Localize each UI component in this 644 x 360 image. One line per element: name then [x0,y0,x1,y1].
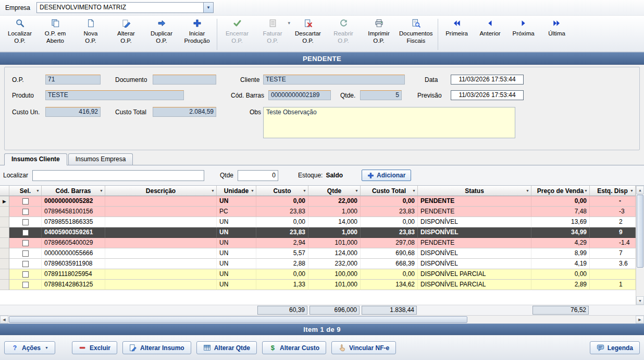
column-header-estq-disp[interactable]: Estq. Disp▼ [590,186,636,196]
empresa-combobox[interactable]: DESENVOLVIMENTO MATRIZ ▼ [36,2,214,13]
grid-row[interactable]: 07891118025954UN0,00100,0000,00DISPONÍVE… [0,269,644,280]
row-checkbox[interactable] [22,209,29,215]
reabrir-op-button[interactable]: ReabrirO.P. [326,17,361,52]
docs-icon [51,19,60,29]
custo-un-label: Custo Un. [12,109,40,116]
alterar-op-button[interactable]: AlterarO.P. [108,17,144,52]
excluir-button[interactable]: Excluir [72,341,117,354]
row-checkbox[interactable] [22,240,29,246]
row-checkbox[interactable] [22,250,29,257]
column-filter-arrow-icon[interactable]: ▼ [100,189,103,193]
dropdown-arrow-icon[interactable]: ▼ [45,346,48,350]
column-header-descricao[interactable]: Descrição▼ [105,186,217,196]
grid-row[interactable]: 04005900359261UN23,831,00023,83DISPONÍVE… [0,227,644,238]
column-header-cod[interactable]: Cód. Barras▼ [42,186,105,196]
hscroll-thumb[interactable] [9,316,467,323]
grid-row[interactable]: ▶00000000005282UN0,0022,0000,00PENDENTE0… [0,196,644,207]
grid-row[interactable]: 07898142863125UN1,33101,000134,62DISPONÍ… [0,280,644,290]
column-header-label: Sel. [20,187,31,195]
row-checkbox[interactable] [22,198,29,205]
column-filter-arrow-icon[interactable]: ▼ [36,189,40,193]
localizar-input[interactable] [32,170,204,181]
column-filter-arrow-icon[interactable]: ▼ [584,189,588,193]
toolbar-button-label-line: O.P. [151,38,172,45]
tab-insumos-cliente[interactable]: Insumos Cliente [4,153,67,165]
column-filter-arrow-icon[interactable]: ▼ [412,189,416,193]
column-header-status[interactable]: Status▼ [418,186,531,196]
column-filter-arrow-icon[interactable]: ▼ [303,189,306,193]
localizar-op-button[interactable]: LocalizarO.P. [2,17,38,52]
duplicar-op-button[interactable]: DuplicarO.P. [144,17,179,52]
hscroll-right-button[interactable]: ▶ [636,316,644,323]
toolbar-button-label-line: Localizar [8,30,32,38]
produto-field[interactable]: TESTE [45,90,184,100]
anterior-button[interactable]: Anterior [474,17,507,52]
cell-cod: 07898142863125 [42,280,105,290]
qtde-input[interactable] [238,170,278,181]
descartar-op-button[interactable]: DescartarO.P. [290,17,326,52]
column-header-custo-total[interactable]: Custo Total▼ [361,186,418,196]
column-header-label: Qtde [327,187,341,195]
vincular-nfe-button[interactable]: Vincular NF-e [331,341,396,354]
data-field[interactable]: 11/03/2026 17:53:44 [451,75,524,85]
alterar-insumo-button[interactable]: Alterar Insumo [122,341,191,354]
row-indicator [0,217,9,227]
acoes-button[interactable]: ?Ações▼ [4,341,55,354]
column-header-preco-venda[interactable]: Preço de Venda▼ [531,186,590,196]
iniciar-producao-button[interactable]: IniciarProdução [179,17,215,52]
faturar-op-button[interactable]: FaturarO.P.▾ [255,17,290,52]
encerrar-op-button[interactable]: EncerrarO.P. [219,17,255,52]
row-checkbox[interactable] [22,230,29,236]
vertical-scrollbar[interactable]: ▲ ▼ [636,186,644,305]
previsao-field[interactable]: 11/03/2026 17:53:44 [451,90,524,100]
vscroll-thumb[interactable] [637,195,643,268]
ultima-button[interactable]: Última [540,17,574,52]
custo-total-field[interactable]: 2.084,59 [153,107,216,117]
vscroll-down-button[interactable]: ▼ [636,296,644,305]
grid-row[interactable]: 07898551866335UN0,0014,0000,00DISPONÍVEL… [0,217,644,227]
horizontal-scrollbar[interactable]: ◀ ▶ [0,315,644,323]
op-field[interactable]: 71 [45,75,101,85]
column-filter-arrow-icon[interactable]: ▼ [355,189,358,193]
imprimir-op-button[interactable]: ImprimirO.P. [361,17,397,52]
grid-row[interactable]: 07896605400029UN2,94101,000297,08PENDENT… [0,238,644,248]
row-checkbox[interactable] [22,219,29,225]
column-filter-arrow-icon[interactable]: ▼ [211,189,215,193]
grid-row[interactable]: 07896458100156PC23,831,00023,83PENDENTE7… [0,207,644,217]
vscroll-up-button[interactable]: ▲ [636,186,644,194]
qtde-form-field[interactable]: 5 [360,90,402,100]
adicionar-button[interactable]: Adicionar [362,170,411,181]
hscroll-left-button[interactable]: ◀ [0,316,8,323]
row-checkbox[interactable] [22,261,29,267]
op-em-aberto-button[interactable]: O.P. emAberto [38,17,73,52]
primeira-button[interactable]: Primeira [440,17,474,52]
obs-field[interactable]: Teste Observação [263,107,515,138]
tab-insumos-empresa[interactable]: Insumos Empresa [68,153,133,165]
alterar-custo-button[interactable]: $Alterar Custo [262,341,326,354]
documentos-fiscais-button[interactable]: DocumentosFiscais [397,17,436,52]
legenda-button[interactable]: Legenda [590,341,640,354]
empresa-combobox-arrow-button[interactable]: ▼ [203,3,213,13]
column-header-unidade[interactable]: Unidade▼ [217,186,256,196]
proxima-button[interactable]: Próxima [507,17,540,52]
grid-row[interactable]: 00000000055666UN5,57124,000690,68DISPONÍ… [0,248,644,259]
grid-row[interactable]: 07896035911908UN2,88232,000668,39DISPONÍ… [0,259,644,269]
column-header-custo[interactable]: Custo▼ [256,186,308,196]
column-filter-arrow-icon[interactable]: ▼ [526,189,529,193]
toolbar-button-label-line: Encerrar [226,30,249,38]
column-header-qtde[interactable]: Qtde▼ [308,186,361,196]
alterar-qtde-button[interactable]: Alterar Qtde [196,341,257,354]
toolbar-button-label: DocumentosFiscais [399,30,433,45]
custo-un-field[interactable]: 416,92 [45,107,101,117]
column-header-sel[interactable]: Sel.▼ [9,186,42,196]
localizar-label: Localizar [3,172,28,179]
cliente-field[interactable]: TESTE [263,75,405,85]
row-checkbox[interactable] [22,271,29,278]
cod-barras-field[interactable]: 00000000002189 [268,90,331,100]
cell-unidade: UN [217,259,256,269]
column-filter-arrow-icon[interactable]: ▼ [251,189,254,193]
documento-field[interactable] [153,75,216,85]
row-checkbox[interactable] [22,282,29,288]
column-filter-arrow-icon[interactable]: ▼ [630,189,634,193]
nova-op-button[interactable]: NovaO.P. [73,17,108,52]
